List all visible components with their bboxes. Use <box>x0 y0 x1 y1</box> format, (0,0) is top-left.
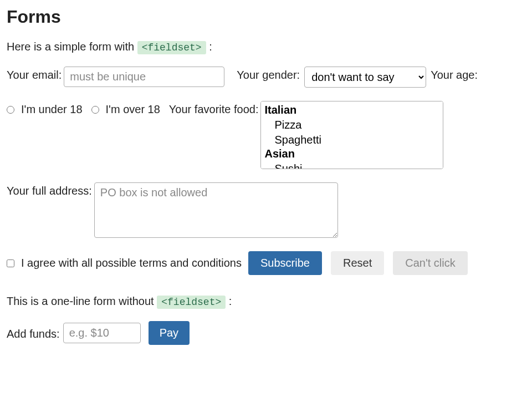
address-label: Your full address: <box>7 182 92 197</box>
email-label: Your email: <box>7 67 62 82</box>
email-input[interactable] <box>64 67 224 87</box>
intro1-suffix: : <box>209 40 212 53</box>
food-group-italian: Pizza Spaghetti <box>263 104 441 147</box>
addfunds-row: Add funds: Pay <box>7 321 525 345</box>
page-heading: Forms <box>7 7 525 27</box>
cantclick-button: Can't click <box>393 251 468 275</box>
food-option-sushi[interactable]: Sushi <box>263 161 441 169</box>
age-over18-label: I'm over 18 <box>101 103 160 116</box>
gender-label: Your gender: <box>237 67 300 82</box>
age-over18-radio[interactable] <box>91 106 99 114</box>
address-row: Your full address: <box>7 182 525 238</box>
favfood-label: Your favorite food: <box>169 101 259 116</box>
intro2-prefix: This is a one-line form without <box>7 295 157 307</box>
addfunds-input[interactable] <box>63 323 141 343</box>
intro1-prefix: Here is a simple form with <box>7 40 137 53</box>
intro-text-2: This is a one-line form without <fieldse… <box>7 295 525 308</box>
reset-button[interactable]: Reset <box>331 251 384 275</box>
food-group-asian: Sushi <box>263 147 441 169</box>
favfood-select[interactable]: Pizza Spaghetti Sushi <box>260 101 443 169</box>
subscribe-button[interactable]: Subscribe <box>248 251 322 275</box>
age-under18-label: I'm under 18 <box>17 103 83 116</box>
intro2-suffix: : <box>229 295 232 307</box>
terms-buttons-row: I agree with all possible terms and cond… <box>7 251 525 275</box>
intro-text-1: Here is a simple form with <fieldset> : <box>7 40 525 53</box>
terms-label: I agree with all possible terms and cond… <box>17 257 242 269</box>
fieldset-code: <fieldset> <box>137 41 206 54</box>
age-food-row: I'm under 18 I'm over 18 Your favorite f… <box>7 101 525 169</box>
age-label: Your age: <box>431 67 478 82</box>
address-textarea[interactable] <box>94 182 338 238</box>
terms-checkbox[interactable] <box>7 260 14 267</box>
gender-select[interactable]: don't want to say <box>304 67 426 88</box>
age-under18-radio[interactable] <box>7 106 14 114</box>
food-option-pizza[interactable]: Pizza <box>263 118 441 133</box>
email-gender-age-row: Your email: Your gender: don't want to s… <box>7 67 525 88</box>
pay-button[interactable]: Pay <box>149 321 190 345</box>
addfunds-label: Add funds: <box>7 325 60 340</box>
fieldset-code-2: <fieldset> <box>157 296 226 309</box>
food-option-spaghetti[interactable]: Spaghetti <box>263 133 441 147</box>
